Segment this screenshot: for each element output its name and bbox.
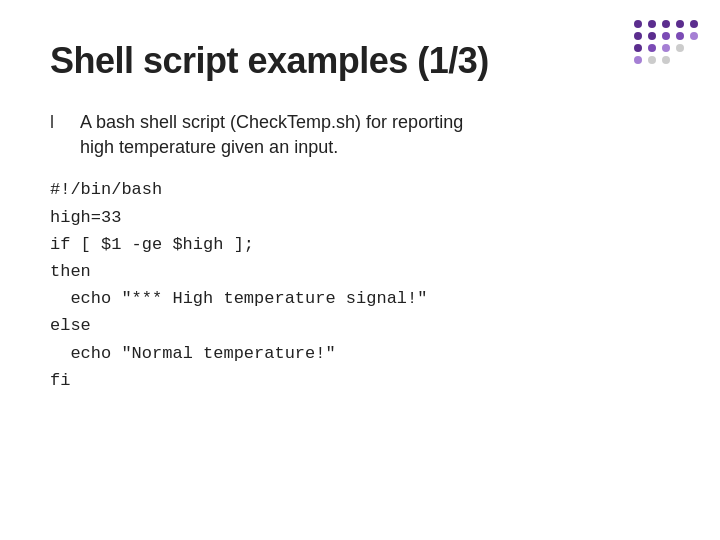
dot [648, 20, 656, 28]
dot [690, 32, 698, 40]
bullet-text: A bash shell script (CheckTemp.sh) for r… [80, 110, 463, 160]
dot [662, 32, 670, 40]
dot [634, 56, 642, 64]
dot [648, 32, 656, 40]
code-line-4: then [50, 258, 670, 285]
dot [676, 20, 684, 28]
dot [648, 44, 656, 52]
decorative-dots [634, 20, 700, 64]
content-area: l A bash shell script (CheckTemp.sh) for… [50, 110, 670, 394]
code-line-2: high=33 [50, 204, 670, 231]
dot [676, 44, 684, 52]
dot [634, 20, 642, 28]
bullet-text-line1: A bash shell script (CheckTemp.sh) for r… [80, 112, 463, 132]
dot [634, 32, 642, 40]
dot [676, 56, 684, 64]
code-line-5: echo "*** High temperature signal!" [50, 285, 670, 312]
dot [662, 44, 670, 52]
bullet-marker: l [50, 112, 66, 133]
dot [676, 32, 684, 40]
code-line-8: fi [50, 367, 670, 394]
code-line-7: echo "Normal temperature!" [50, 340, 670, 367]
dot [662, 56, 670, 64]
code-line-1: #!/bin/bash [50, 176, 670, 203]
dot [634, 44, 642, 52]
bullet-item: l A bash shell script (CheckTemp.sh) for… [50, 110, 670, 160]
code-string-2: "Normal temperature!" [121, 344, 335, 363]
dot [690, 56, 698, 64]
slide-title: Shell script examples (1/3) [50, 40, 670, 82]
code-line-6: else [50, 312, 670, 339]
slide: Shell script examples (1/3) l A bash she… [0, 0, 720, 540]
dot [690, 44, 698, 52]
code-line-3: if [ $1 -ge $high ]; [50, 231, 670, 258]
bullet-text-line2: high temperature given an input. [80, 137, 338, 157]
code-string-1: "*** High temperature signal!" [121, 289, 427, 308]
code-block: #!/bin/bash high=33 if [ $1 -ge $high ];… [50, 176, 670, 394]
dot [690, 20, 698, 28]
dot [662, 20, 670, 28]
dot [648, 56, 656, 64]
